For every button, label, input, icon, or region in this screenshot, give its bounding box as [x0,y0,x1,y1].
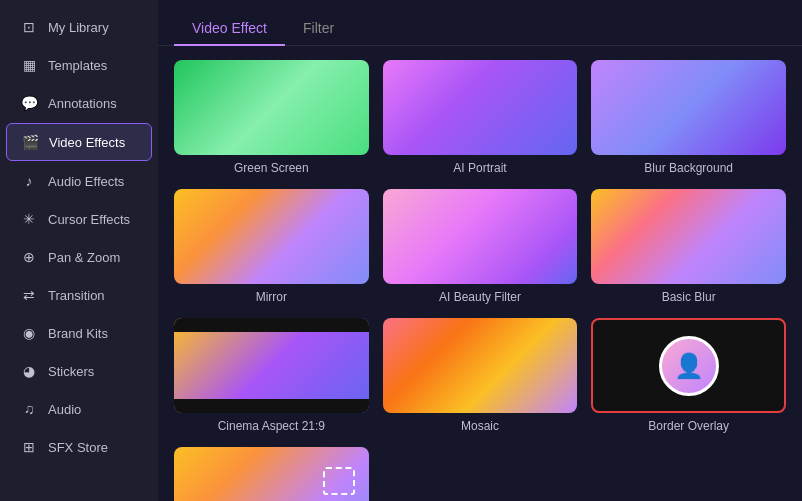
sidebar-label-pan-zoom: Pan & Zoom [48,250,120,265]
audio-icon: ♫ [20,400,38,418]
main-content: Video EffectFilter Green ScreenAI Portra… [158,0,802,501]
sidebar-item-audio[interactable]: ♫Audio [6,391,152,427]
effect-label-green-screen: Green Screen [234,161,309,175]
sidebar-label-templates: Templates [48,58,107,73]
effect-thumb-ai-portrait [383,60,578,155]
effect-item-mirror[interactable]: Mirror [174,189,369,304]
effect-thumb-border-overlay: 👤 [591,318,786,413]
sidebar-item-video-effects[interactable]: 🎬Video Effects [6,123,152,161]
effect-label-mirror: Mirror [256,290,287,304]
tab-video-effect[interactable]: Video Effect [174,12,285,46]
sidebar-label-video-effects: Video Effects [49,135,125,150]
stickers-icon: ◕ [20,362,38,380]
effect-thumb-basic-blur [591,189,786,284]
sidebar-label-cursor-effects: Cursor Effects [48,212,130,227]
sidebar-label-audio-effects: Audio Effects [48,174,124,189]
sidebar-item-templates[interactable]: ▦Templates [6,47,152,83]
sidebar-label-audio: Audio [48,402,81,417]
sidebar-item-stickers[interactable]: ◕Stickers [6,353,152,389]
sidebar-label-sfx-store: SFX Store [48,440,108,455]
sidebar-item-transition[interactable]: ⇄Transition [6,277,152,313]
effect-label-border-overlay: Border Overlay [648,419,729,433]
effect-item-ai-beauty-filter[interactable]: AI Beauty Filter [383,189,578,304]
effect-thumb-ai-object-remover [174,447,369,501]
effect-label-basic-blur: Basic Blur [662,290,716,304]
my-library-icon: ⊡ [20,18,38,36]
effect-thumb-blur-background [591,60,786,155]
effect-thumb-ai-beauty-filter [383,189,578,284]
effects-grid: Green ScreenAI PortraitBlur BackgroundMi… [174,60,786,501]
sidebar-label-brand-kits: Brand Kits [48,326,108,341]
audio-effects-icon: ♪ [20,172,38,190]
templates-icon: ▦ [20,56,38,74]
effect-item-blur-background[interactable]: Blur Background [591,60,786,175]
effect-thumb-green-screen [174,60,369,155]
effect-label-blur-background: Blur Background [644,161,733,175]
sidebar-label-transition: Transition [48,288,105,303]
sidebar-item-cursor-effects[interactable]: ✳Cursor Effects [6,201,152,237]
sidebar-label-annotations: Annotations [48,96,117,111]
tabs-bar: Video EffectFilter [158,0,802,46]
sidebar-item-my-library[interactable]: ⊡My Library [6,9,152,45]
effect-thumb-mosaic [383,318,578,413]
sidebar-item-pan-zoom[interactable]: ⊕Pan & Zoom [6,239,152,275]
sidebar-label-stickers: Stickers [48,364,94,379]
effect-item-ai-object-remover[interactable]: AI Object Remover [174,447,369,501]
effect-item-green-screen[interactable]: Green Screen [174,60,369,175]
effect-label-ai-portrait: AI Portrait [453,161,506,175]
effect-item-border-overlay[interactable]: 👤Border Overlay [591,318,786,433]
effect-thumb-mirror [174,189,369,284]
effects-grid-container: Green ScreenAI PortraitBlur BackgroundMi… [158,46,802,501]
sidebar-item-sfx-store[interactable]: ⊞SFX Store [6,429,152,465]
effect-label-ai-beauty-filter: AI Beauty Filter [439,290,521,304]
sidebar: ⊡My Library▦Templates💬Annotations🎬Video … [0,0,158,501]
effect-item-basic-blur[interactable]: Basic Blur [591,189,786,304]
pan-zoom-icon: ⊕ [20,248,38,266]
effect-item-cinema-aspect[interactable]: Cinema Aspect 21:9 [174,318,369,433]
effect-item-mosaic[interactable]: Mosaic [383,318,578,433]
cursor-effects-icon: ✳ [20,210,38,228]
sidebar-item-audio-effects[interactable]: ♪Audio Effects [6,163,152,199]
brand-kits-icon: ◉ [20,324,38,342]
effect-item-ai-portrait[interactable]: AI Portrait [383,60,578,175]
effect-thumb-cinema-aspect [174,318,369,413]
tab-filter[interactable]: Filter [285,12,352,46]
annotations-icon: 💬 [20,94,38,112]
sidebar-item-brand-kits[interactable]: ◉Brand Kits [6,315,152,351]
effect-label-mosaic: Mosaic [461,419,499,433]
effect-label-cinema-aspect: Cinema Aspect 21:9 [218,419,325,433]
sidebar-item-annotations[interactable]: 💬Annotations [6,85,152,121]
transition-icon: ⇄ [20,286,38,304]
sfx-store-icon: ⊞ [20,438,38,456]
video-effects-icon: 🎬 [21,133,39,151]
sidebar-label-my-library: My Library [48,20,109,35]
